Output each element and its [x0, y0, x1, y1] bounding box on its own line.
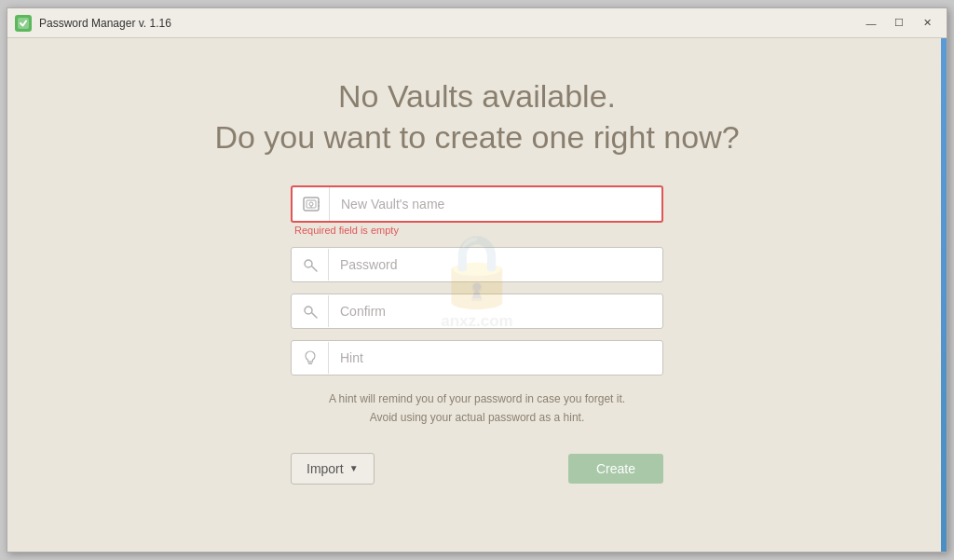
button-row: Import ▼ Create: [291, 453, 663, 485]
password-input[interactable]: [329, 248, 662, 281]
hint-lightbulb-icon: [292, 342, 329, 374]
main-heading: No Vaults available. Do you want to crea…: [214, 75, 739, 157]
hint-input-row: [291, 340, 663, 376]
import-button[interactable]: Import ▼: [291, 453, 375, 485]
hint-field-wrapper: [291, 340, 663, 376]
vault-name-field-wrapper: Required field is empty: [291, 185, 663, 236]
create-button[interactable]: Create: [568, 454, 663, 484]
svg-line-10: [311, 313, 317, 319]
close-button[interactable]: ✕: [915, 14, 939, 33]
app-window: Password Manager v. 1.16 — ☐ ✕ No Vaults…: [7, 7, 947, 553]
import-label: Import: [307, 461, 344, 476]
hint-input[interactable]: [329, 341, 662, 375]
confirm-field-wrapper: [291, 294, 663, 329]
app-icon: [15, 15, 32, 32]
hint-note-line1: A hint will remind you of your password …: [291, 390, 663, 408]
vault-name-input-row: [291, 185, 663, 223]
import-arrow-icon: ▼: [349, 463, 359, 473]
create-vault-form: Required field is empty: [291, 185, 663, 444]
confirm-input[interactable]: [329, 294, 662, 328]
heading-line2: Do you want to create one right now?: [214, 116, 739, 157]
vault-name-input[interactable]: [330, 187, 661, 221]
hint-note: A hint will remind you of your password …: [291, 390, 663, 426]
password-input-row: [291, 247, 663, 282]
main-content: No Vaults available. Do you want to crea…: [7, 38, 947, 552]
confirm-input-row: [291, 294, 663, 329]
vault-icon: [293, 187, 330, 221]
heading-line1: No Vaults available.: [214, 75, 739, 116]
window-controls: — ☐ ✕: [859, 14, 939, 33]
titlebar: Password Manager v. 1.16 — ☐ ✕: [7, 8, 947, 38]
svg-point-3: [309, 202, 313, 206]
window-title: Password Manager v. 1.16: [39, 17, 171, 30]
password-key-icon: [292, 249, 329, 280]
titlebar-left: Password Manager v. 1.16: [15, 15, 171, 32]
minimize-button[interactable]: —: [859, 14, 883, 33]
svg-point-7: [305, 260, 312, 267]
password-field-wrapper: [291, 247, 663, 282]
hint-note-line2: Avoid using your actual password as a hi…: [291, 409, 663, 427]
sidebar-accent: [941, 38, 947, 552]
confirm-key-icon: [292, 295, 329, 327]
svg-line-8: [311, 266, 317, 272]
svg-rect-1: [304, 198, 319, 211]
svg-rect-0: [18, 18, 29, 29]
maximize-button[interactable]: ☐: [887, 14, 911, 33]
svg-point-9: [305, 307, 312, 314]
vault-name-error: Required field is empty: [294, 225, 663, 236]
